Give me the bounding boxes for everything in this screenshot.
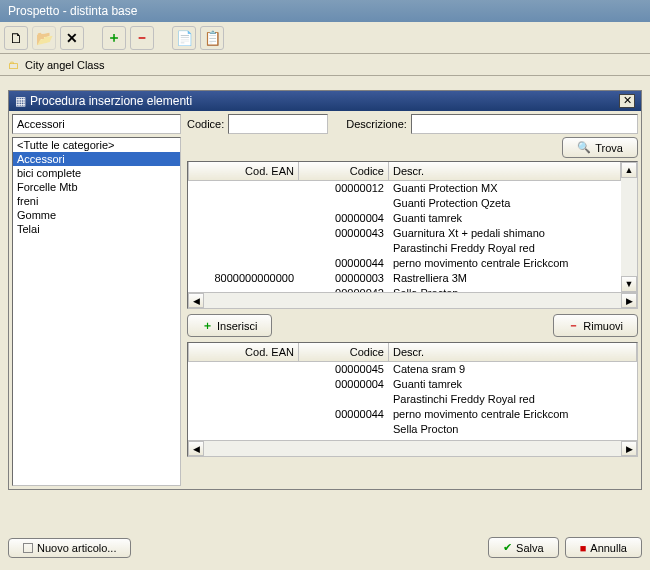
category-item[interactable]: Forcelle Mtb (13, 180, 180, 194)
hscroll-lower[interactable]: ◀ ▶ (188, 440, 637, 456)
search-icon: 🔍 (577, 141, 591, 154)
insert-elements-dialog: ▦ Procedura inserzione elementi ✕ <Tutte… (8, 90, 642, 490)
table-row[interactable]: 00000012Guanti Protection MX (189, 180, 621, 195)
trova-button[interactable]: 🔍 Trova (562, 137, 638, 158)
scroll-right-icon[interactable]: ▶ (621, 293, 637, 308)
open-icon: 📂 (36, 30, 53, 46)
trova-label: Trova (595, 142, 623, 154)
plus-icon: ＋ (202, 318, 213, 333)
paste-icon: 📋 (204, 30, 221, 46)
nuovo-label: Nuovo articolo... (37, 542, 116, 554)
selected-table[interactable]: Cod. EAN Codice Descr. 00000045Catena sr… (187, 342, 638, 457)
plus-icon: ＋ (107, 29, 121, 47)
table-row[interactable]: 800000000000000000003Rastrelliera 3M (189, 270, 621, 285)
table-row[interactable]: Guanti Protection Qzeta (189, 195, 621, 210)
delete-button[interactable]: ✕ (60, 26, 84, 50)
category-item[interactable]: Accessori (13, 152, 180, 166)
window-title: Prospetto - distinta base (8, 4, 137, 18)
table-row[interactable]: 00000004Guanti tamrek (189, 210, 621, 225)
copy-icon: 📄 (176, 30, 193, 46)
rimuovi-button[interactable]: － Rimuovi (553, 314, 638, 337)
new-button[interactable]: 🗋 (4, 26, 28, 50)
table-row[interactable]: 00000044perno movimento centrale Erickco… (189, 406, 637, 421)
checkbox-icon (23, 543, 33, 553)
inserisci-label: Inserisci (217, 320, 257, 332)
table-row[interactable]: Sella Procton (189, 421, 637, 436)
category-list[interactable]: <Tutte le categorie>Accessoribici comple… (12, 137, 181, 486)
codice-label: Codice: (187, 118, 224, 130)
category-search-input[interactable] (12, 114, 181, 134)
add-button[interactable]: ＋ (102, 26, 126, 50)
scroll-down-icon[interactable]: ▼ (621, 276, 637, 292)
scroll-up-icon[interactable]: ▲ (621, 162, 637, 178)
table-row[interactable]: Parastinchi Freddy Royal red (189, 391, 637, 406)
hscroll-upper[interactable]: ◀ ▶ (188, 292, 637, 308)
main-toolbar: 🗋 📂 ✕ ＋ － 📄 📋 (0, 22, 650, 54)
table-row[interactable]: 00000044perno movimento centrale Erickco… (189, 255, 621, 270)
category-item[interactable]: <Tutte le categorie> (13, 138, 180, 152)
available-table[interactable]: Cod. EAN Codice Descr. 00000012Guanti Pr… (187, 161, 638, 309)
table-row[interactable]: 00000043Guarnitura Xt + pedali shimano (189, 225, 621, 240)
footer-bar: Nuovo articolo... ✔ Salva ■ Annulla (8, 533, 642, 562)
table-row[interactable]: 00000045Catena sram 9 (189, 361, 637, 376)
category-item[interactable]: bici complete (13, 166, 180, 180)
category-item[interactable]: Gomme (13, 208, 180, 222)
annulla-button[interactable]: ■ Annulla (565, 537, 642, 558)
scroll-left-icon[interactable]: ◀ (188, 441, 204, 456)
category-item[interactable]: freni (13, 194, 180, 208)
check-icon: ✔ (503, 541, 512, 554)
annulla-label: Annulla (590, 542, 627, 554)
table-row[interactable]: Parastinchi Freddy Royal red (189, 240, 621, 255)
results-pane: Codice: Descrizione: 🔍 Trova (184, 111, 641, 489)
vscroll-upper[interactable]: ▲ ▼ (621, 162, 637, 292)
inserisci-button[interactable]: ＋ Inserisci (187, 314, 272, 337)
col-codice-header[interactable]: Codice (299, 162, 389, 180)
salva-button[interactable]: ✔ Salva (488, 537, 559, 558)
col-codice-header[interactable]: Codice (299, 343, 389, 361)
col-ean-header[interactable]: Cod. EAN (189, 343, 299, 361)
category-item[interactable]: Telai (13, 222, 180, 236)
paste-button[interactable]: 📋 (200, 26, 224, 50)
delete-icon: ✕ (66, 30, 78, 46)
scroll-right-icon[interactable]: ▶ (621, 441, 637, 456)
table-row[interactable]: 00000042Sella Procton (189, 285, 621, 292)
remove-button[interactable]: － (130, 26, 154, 50)
dialog-title: Procedura inserzione elementi (30, 94, 192, 108)
breadcrumb: 🗀 City angel Class (0, 54, 650, 76)
category-pane: <Tutte le categorie>Accessoribici comple… (9, 111, 184, 489)
rimuovi-label: Rimuovi (583, 320, 623, 332)
window-titlebar: Prospetto - distinta base (0, 0, 650, 22)
folder-icon: 🗀 (8, 59, 19, 71)
descrizione-label: Descrizione: (346, 118, 407, 130)
codice-input[interactable] (228, 114, 328, 134)
salva-label: Salva (516, 542, 544, 554)
scroll-left-icon[interactable]: ◀ (188, 293, 204, 308)
dialog-titlebar: ▦ Procedura inserzione elementi ✕ (9, 91, 641, 111)
open-button[interactable]: 📂 (32, 26, 56, 50)
table-row[interactable]: 00000004Guanti tamrek (189, 376, 637, 391)
stop-icon: ■ (580, 542, 587, 554)
breadcrumb-label[interactable]: City angel Class (25, 59, 104, 71)
dialog-icon: ▦ (15, 94, 26, 108)
copy-button[interactable]: 📄 (172, 26, 196, 50)
nuovo-articolo-button[interactable]: Nuovo articolo... (8, 538, 131, 558)
minus-icon: － (568, 318, 579, 333)
descrizione-input[interactable] (411, 114, 638, 134)
col-ean-header[interactable]: Cod. EAN (189, 162, 299, 180)
new-icon: 🗋 (9, 30, 23, 46)
col-descr-header[interactable]: Descr. (389, 162, 621, 180)
col-descr-header[interactable]: Descr. (389, 343, 637, 361)
close-button[interactable]: ✕ (619, 94, 635, 108)
minus-icon: － (135, 29, 149, 47)
